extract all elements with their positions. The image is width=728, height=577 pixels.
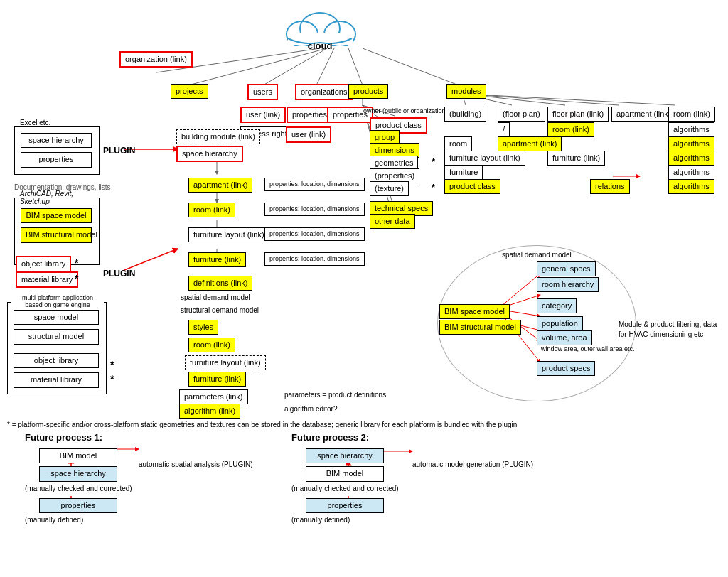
apartment-link2-node: apartment (link) <box>611 107 675 122</box>
future1-checked: (manually checked and corrected) <box>25 485 132 492</box>
algorithm-link-node: algorithm (link) <box>179 404 240 419</box>
texture-node: (texture) <box>370 181 409 196</box>
space-model1-node: space model <box>14 310 99 325</box>
asterisk2: * <box>432 182 435 193</box>
bim-space-model1-node: BIM space model <box>21 208 92 223</box>
algorithms4-node: algorithms <box>668 165 714 180</box>
module-note: Module & product filtering, data for HVA… <box>619 320 718 340</box>
furniture-link1-node: furniture (link) <box>188 252 246 267</box>
asterisk5: * <box>110 359 114 370</box>
asterisk1: * <box>432 156 435 167</box>
structural-model1-node: structural model <box>14 329 99 344</box>
room-link1-node: room (link) <box>188 203 235 217</box>
future1-bim-node: BIM model <box>39 448 117 463</box>
styles-node: styles <box>188 320 218 335</box>
svg-line-10 <box>462 94 675 105</box>
furniture-layout-link2-node: furniture layout (link) <box>185 355 266 370</box>
future2-section: Future process 2: space hierarchy BIM mo… <box>291 432 399 524</box>
organizations-node: organizations <box>295 84 353 100</box>
future1-section: Future process 1: BIM model space hierar… <box>25 432 132 524</box>
algorithms2-node: algorithms <box>668 136 714 151</box>
future2-manually: (manually defined) <box>291 516 399 524</box>
room-link3-node: room (link) <box>668 107 715 122</box>
svg-line-4 <box>348 48 363 85</box>
general-specs-node: general specs <box>537 261 596 276</box>
room-link4-node: room (link) <box>547 122 594 137</box>
furniture-layout-link1-node: furniture layout (link) <box>188 227 269 242</box>
multiplatform-section: multi-platform application based on game… <box>7 302 107 394</box>
room-link2-node: room (link) <box>188 338 235 352</box>
asterisk3: * <box>75 257 78 269</box>
algorithms5-node: algorithms <box>668 179 714 194</box>
bim-space-model2-node: BIM space model <box>439 304 510 319</box>
algorithms3-node: algorithms <box>668 151 714 166</box>
future1-auto: automatic spatial analysis (PLUGIN) <box>139 460 253 468</box>
space-hierarchy-box-node: space hierarchy <box>21 133 92 148</box>
props-loc-dim2: properties: location, dimensions <box>264 203 365 216</box>
svg-line-1 <box>188 48 327 85</box>
relations-node: relations <box>590 179 630 194</box>
props-loc-dim1: properties: location, dimensions <box>264 178 365 191</box>
products-node: products <box>348 84 388 99</box>
future2-space-node: space hierarchy <box>306 448 384 463</box>
furniture2-node: furniture <box>444 165 483 180</box>
apartment-link-node: apartment (link) <box>188 178 252 193</box>
excel-label: Excel etc. <box>18 119 52 126</box>
product-class2-node: product class <box>444 179 500 194</box>
props-loc-dim3: properties: location, dimensions <box>264 227 365 241</box>
modules-node: modules <box>446 84 486 99</box>
future1-props-node: properties <box>39 498 117 513</box>
definitions-link-node: definitions (link) <box>188 276 252 291</box>
svg-line-2 <box>263 48 327 85</box>
future2-auto: automatic model generation (PLUGIN) <box>412 460 533 468</box>
svg-line-3 <box>316 48 334 85</box>
floor-plan1-node: (floor plan) <box>498 107 545 122</box>
floor-plan2-node: / <box>498 122 510 137</box>
owner-node: owner (public or organization) <box>359 105 419 117</box>
object-library1-node: object library <box>16 256 71 272</box>
future2-bim-node: BIM model <box>306 466 384 481</box>
parameters-link-node: parameters (link) <box>179 389 248 404</box>
future2-checked: (manually checked and corrected) <box>291 485 399 492</box>
asterisk6: * <box>110 373 114 384</box>
spatial-demand-model1-node: spatial demand model <box>176 291 255 304</box>
future2-label: Future process 2: <box>291 432 399 443</box>
material-library2-node: material library <box>14 372 99 387</box>
archicad-section: ArchiCAD, Revit, Sketchup BIM space mode… <box>14 198 100 265</box>
building-node: (building) <box>444 107 486 122</box>
properties-box-node: properties <box>21 152 92 167</box>
other-data-node: other data <box>370 214 415 229</box>
population-node: population <box>537 316 583 331</box>
plugin2-label: PLUGIN <box>103 269 135 279</box>
apartment-link3-node: apartment (link) <box>498 136 562 151</box>
projects-node: projects <box>171 84 208 99</box>
room2-node: room <box>444 136 472 151</box>
algorithms1-node: algorithms <box>668 122 714 137</box>
structural-demand-model-node: structural demand model <box>176 304 263 317</box>
material-library1-node: material library <box>16 271 78 288</box>
furniture-link2-node: furniture (link) <box>188 372 246 387</box>
asterisk-note: * = platform-specific and/or cross-platf… <box>7 419 517 430</box>
future2-props-node: properties <box>306 498 384 513</box>
future1-space-node: space hierarchy <box>39 466 117 481</box>
bim-structural-model1-node: BIM structural model <box>21 227 92 242</box>
users-node: users <box>247 84 278 100</box>
bim-structural-model2-node: BIM structural model <box>439 320 521 335</box>
space-hierarchy-main-node: space hierarchy <box>176 146 243 162</box>
room-hierarchy-node: room hierarchy <box>537 277 599 292</box>
category-node: category <box>537 298 577 313</box>
building-module-link-node: building module (link) <box>176 129 260 144</box>
cloud-area: cloud <box>277 7 363 51</box>
params-eq-label: parameters = product definitions <box>284 391 386 399</box>
asterisk4: * <box>75 273 78 284</box>
diagram-container: cloud organization (link) projects users… <box>0 0 728 577</box>
svg-line-5 <box>363 48 459 85</box>
user-link2-node: user (link) <box>286 126 331 143</box>
window-area-node: window area, outer wall area etc. <box>537 343 601 355</box>
furniture-link2b-node: furniture (link) <box>547 151 605 166</box>
future1-manually: (manually defined) <box>25 516 132 524</box>
properties1-node: properties <box>287 107 333 123</box>
product-specs-node: product specs <box>537 361 595 376</box>
props-loc-dim4: properties: location, dimensions <box>264 252 365 266</box>
svg-line-12 <box>124 249 178 270</box>
